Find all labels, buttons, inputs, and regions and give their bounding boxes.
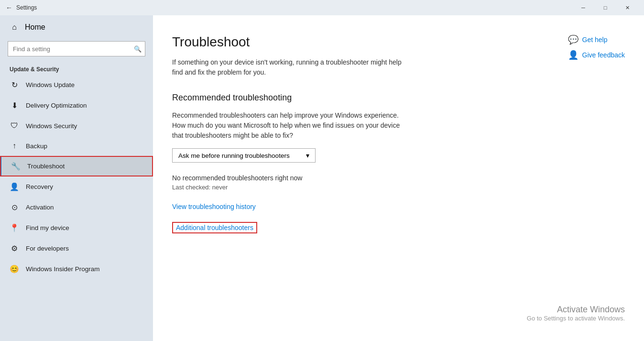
close-button[interactable]: ✕ <box>616 0 638 15</box>
home-icon: ⌂ <box>10 23 19 32</box>
section-title: Recommended troubleshooting <box>172 93 620 103</box>
sidebar-item-windows-security[interactable]: 🛡 Windows Security <box>0 116 153 136</box>
sidebar-item-windows-update[interactable]: ↻ Windows Update <box>0 75 153 95</box>
sidebar-item-delivery-optimization[interactable]: ⬇ Delivery Optimization <box>0 95 153 116</box>
app-content: ⌂ Home 🔍 Update & Security ↻ Windows Upd… <box>0 15 644 341</box>
search-input[interactable] <box>8 41 145 56</box>
sidebar-item-label: Delivery Optimization <box>26 102 87 109</box>
sidebar: ⌂ Home 🔍 Update & Security ↻ Windows Upd… <box>0 15 153 341</box>
find-device-icon: 📍 <box>10 223 19 232</box>
get-help-icon: 💬 <box>568 34 579 45</box>
chevron-down-icon: ▾ <box>306 152 309 159</box>
give-feedback-label: Give feedback <box>582 51 625 59</box>
sidebar-item-find-my-device[interactable]: 📍 Find my device <box>0 218 153 238</box>
sidebar-home-label: Home <box>25 23 45 32</box>
security-icon: 🛡 <box>10 121 19 130</box>
give-feedback-item[interactable]: 👤 Give feedback <box>568 50 625 60</box>
sidebar-item-for-developers[interactable]: ⚙ For developers <box>0 238 153 259</box>
minimize-button[interactable]: ─ <box>572 0 594 15</box>
backup-icon: ↑ <box>10 142 19 150</box>
troubleshoot-icon: 🔧 <box>11 162 21 171</box>
section-description: Recommended troubleshooters can help imp… <box>172 110 402 141</box>
activate-subtitle: Go to Settings to activate Windows. <box>527 315 625 322</box>
sidebar-section-title: Update & Security <box>0 62 153 75</box>
sidebar-item-label: Troubleshoot <box>27 163 65 170</box>
sidebar-item-label: Windows Security <box>26 122 77 130</box>
activate-watermark: Activate Windows Go to Settings to activ… <box>527 305 625 322</box>
delivery-icon: ⬇ <box>10 101 19 110</box>
get-help-item[interactable]: 💬 Get help <box>568 34 625 45</box>
activate-title: Activate Windows <box>527 305 625 315</box>
main-content: Troubleshoot If something on your device… <box>153 15 644 341</box>
windows-update-icon: ↻ <box>10 80 19 89</box>
recommended-dropdown[interactable]: Ask me before running troubleshooters ▾ <box>172 148 316 163</box>
sidebar-item-label: Windows Insider Program <box>26 265 100 273</box>
developers-icon: ⚙ <box>10 244 19 253</box>
additional-troubleshooters-link[interactable]: Additional troubleshooters <box>172 222 257 233</box>
sidebar-item-label: Recovery <box>26 183 53 190</box>
title-bar-title: Settings <box>16 4 37 11</box>
sidebar-item-label: Backup <box>26 143 47 150</box>
sidebar-item-label: For developers <box>26 245 69 252</box>
sidebar-item-recovery[interactable]: 👤 Recovery <box>0 176 153 197</box>
title-bar: ← Settings ─ □ ✕ <box>0 0 644 15</box>
sidebar-item-troubleshoot[interactable]: 🔧 Troubleshoot <box>0 156 153 176</box>
maximize-button[interactable]: □ <box>594 0 616 15</box>
sidebar-item-label: Find my device <box>26 224 69 231</box>
title-bar-left: ← Settings <box>6 4 37 11</box>
help-area: 💬 Get help 👤 Give feedback <box>568 34 625 60</box>
activation-icon: ⊙ <box>10 203 19 212</box>
search-icon: 🔍 <box>134 45 142 53</box>
recovery-icon: 👤 <box>10 182 19 191</box>
insider-icon: 😊 <box>10 264 19 274</box>
sidebar-item-backup[interactable]: ↑ Backup <box>0 136 153 156</box>
dropdown-value: Ask me before running troubleshooters <box>178 152 290 159</box>
no-troubleshooters-text: No recommended troubleshooters right now <box>172 174 620 182</box>
view-history-link[interactable]: View troubleshooting history <box>172 203 256 210</box>
sidebar-item-activation[interactable]: ⊙ Activation <box>0 197 153 218</box>
sidebar-item-label: Activation <box>26 204 54 211</box>
give-feedback-icon: 👤 <box>568 50 579 60</box>
title-bar-controls: ─ □ ✕ <box>572 0 638 15</box>
page-description: If something on your device isn't workin… <box>172 57 402 77</box>
get-help-label: Get help <box>582 36 608 44</box>
sidebar-home-item[interactable]: ⌂ Home <box>0 15 153 39</box>
page-title: Troubleshoot <box>172 34 620 50</box>
sidebar-item-windows-insider[interactable]: 😊 Windows Insider Program <box>0 259 153 279</box>
sidebar-item-label: Windows Update <box>26 81 75 88</box>
back-button[interactable]: ← <box>6 4 12 11</box>
last-checked-text: Last checked: never <box>172 184 620 191</box>
sidebar-search-container: 🔍 <box>8 41 145 56</box>
